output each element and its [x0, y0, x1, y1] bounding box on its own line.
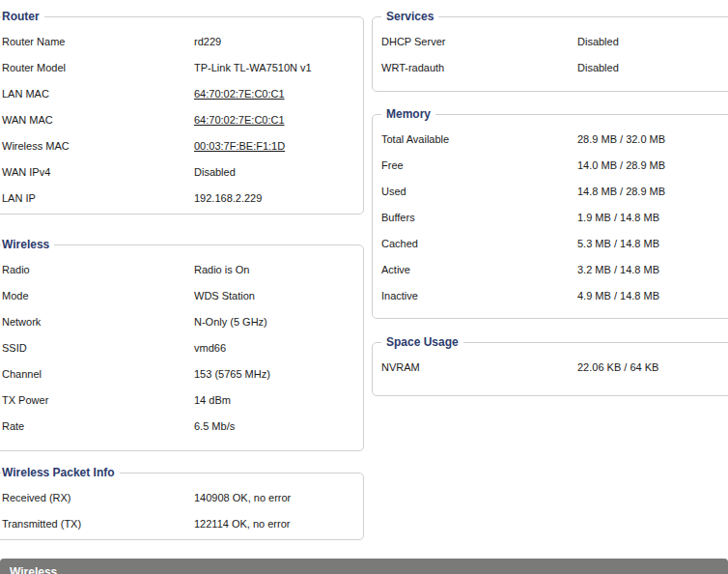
row-label: LAN MAC: [2, 81, 49, 107]
row-label: Rate: [2, 414, 24, 440]
info-row: Wireless MAC 00:03:7F:BE:F1:1D: [0, 133, 363, 159]
row-label: Mode: [2, 283, 29, 309]
wireless-footer-section-label: Wireless: [10, 565, 57, 574]
info-row: Radio Radio is On: [0, 257, 363, 283]
info-row: Network N-Only (5 GHz): [0, 309, 363, 335]
info-row: Transmitted (TX) 122114 OK, no error: [0, 511, 363, 537]
info-row: WAN MAC 64:70:02:7E:C0:C1: [0, 107, 363, 133]
info-row: Inactive 4.9 MB / 14.8 MB: [373, 283, 728, 309]
row-label: SSID: [2, 335, 27, 361]
mode-value: WDS Station: [194, 283, 255, 309]
space-usage-section: Space Usage NVRAM 22.06 KB / 64 KB: [372, 342, 728, 396]
info-row: Total Available 28.9 MB / 32.0 MB: [373, 127, 728, 153]
memory-inactive-value: 4.9 MB / 14.8 MB: [577, 283, 659, 309]
rate-value: 6.5 Mb/s: [194, 414, 235, 440]
row-label: Active: [381, 257, 410, 283]
row-label: WAN IPv4: [2, 159, 50, 186]
row-label: Transmitted (TX): [2, 511, 81, 537]
info-row: Mode WDS Station: [0, 283, 363, 309]
wireless-packet-info-title: Wireless Packet Info: [1, 466, 120, 479]
row-label: Total Available: [381, 127, 449, 153]
space-usage-section-title: Space Usage: [381, 335, 463, 349]
nvram-usage-value: 22.06 KB / 64 KB: [577, 355, 658, 381]
wan-mac-link[interactable]: 64:70:02:7E:C0:C1: [194, 107, 285, 133]
row-label: Received (RX): [2, 485, 71, 511]
router-model-value: TP-Link TL-WA7510N v1: [194, 55, 312, 81]
wireless-section: Wireless Radio Radio is On Mode WDS Stat…: [0, 244, 364, 451]
info-row: WAN IPv4 Disabled: [0, 159, 363, 186]
info-row: Used 14.8 MB / 28.9 MB: [373, 179, 728, 205]
wireless-section-title: Wireless: [1, 238, 54, 251]
rx-packets-value: 140908 OK, no error: [194, 485, 291, 511]
info-row: TX Power 14 dBm: [0, 387, 363, 414]
info-row: NVRAM 22.06 KB / 64 KB: [373, 355, 728, 381]
row-label: NVRAM: [381, 355, 420, 381]
memory-section-title: Memory: [381, 107, 435, 121]
info-row: LAN MAC 64:70:02:7E:C0:C1: [0, 81, 363, 107]
memory-active-value: 3.2 MB / 14.8 MB: [577, 257, 659, 283]
row-label: WAN MAC: [2, 107, 53, 133]
row-label: Free: [381, 153, 404, 179]
row-label: Wireless MAC: [2, 133, 70, 159]
row-label: LAN IP: [2, 186, 36, 212]
channel-value: 153 (5765 MHz): [194, 361, 270, 387]
wrt-radauth-value: Disabled: [577, 55, 619, 81]
tx-packets-value: 122114 OK, no error: [194, 511, 290, 537]
info-row: Rate 6.5 Mb/s: [0, 414, 363, 440]
row-label: TX Power: [2, 387, 48, 414]
info-row: WRT-radauth Disabled: [373, 55, 728, 81]
row-label: Channel: [2, 361, 42, 387]
wireless-footer-section-header: Wireless: [0, 559, 728, 574]
memory-section: Memory Total Available 28.9 MB / 32.0 MB…: [372, 114, 728, 319]
lan-mac-link[interactable]: 64:70:02:7E:C0:C1: [194, 81, 285, 107]
info-row: Buffers 1.9 MB / 14.8 MB: [373, 205, 728, 231]
tx-power-value: 14 dBm: [194, 387, 231, 414]
wireless-mac-link[interactable]: 00:03:7F:BE:F1:1D: [194, 133, 285, 159]
row-label: WRT-radauth: [381, 55, 444, 81]
row-label: Inactive: [381, 283, 418, 309]
services-section: Services DHCP Server Disabled WRT-radaut…: [372, 16, 728, 92]
memory-cached-value: 5.3 MB / 14.8 MB: [577, 231, 659, 257]
router-section-title: Router: [1, 10, 44, 23]
row-label: DHCP Server: [381, 29, 445, 55]
memory-free-value: 14.0 MB / 28.9 MB: [577, 153, 665, 179]
memory-buffers-value: 1.9 MB / 14.8 MB: [577, 205, 659, 231]
row-label: Network: [2, 309, 41, 335]
radio-status-value: Radio is On: [194, 257, 249, 283]
wireless-packet-info-section: Wireless Packet Info Received (RX) 14090…: [0, 473, 364, 540]
info-row: LAN IP 192.168.2.229: [0, 186, 363, 212]
ssid-value: vmd66: [194, 335, 226, 361]
network-value: N-Only (5 GHz): [194, 309, 267, 335]
row-label: Router Name: [2, 29, 65, 55]
row-label: Router Model: [2, 55, 66, 81]
wan-ipv4-value: Disabled: [194, 159, 236, 186]
dhcp-server-value: Disabled: [577, 29, 619, 55]
info-row: Cached 5.3 MB / 14.8 MB: [373, 231, 728, 257]
services-section-title: Services: [381, 10, 438, 23]
router-section: Router Router Name rd229 Router Model TP…: [0, 16, 364, 215]
info-row: Received (RX) 140908 OK, no error: [0, 485, 363, 511]
row-label: Radio: [2, 257, 30, 283]
memory-total-value: 28.9 MB / 32.0 MB: [577, 127, 665, 153]
info-row: Free 14.0 MB / 28.9 MB: [373, 153, 728, 179]
memory-used-value: 14.8 MB / 28.9 MB: [577, 179, 665, 205]
info-row: SSID vmd66: [0, 335, 363, 361]
row-label: Cached: [381, 231, 418, 257]
router-name-value: rd229: [194, 29, 221, 55]
info-row: DHCP Server Disabled: [373, 29, 728, 55]
row-label: Buffers: [381, 205, 415, 231]
info-row: Channel 153 (5765 MHz): [0, 361, 363, 387]
row-label: Used: [381, 179, 406, 205]
info-row: Router Model TP-Link TL-WA7510N v1: [0, 55, 363, 81]
info-row: Active 3.2 MB / 14.8 MB: [373, 257, 728, 283]
info-row: Router Name rd229: [0, 29, 363, 55]
lan-ip-value: 192.168.2.229: [194, 186, 262, 212]
